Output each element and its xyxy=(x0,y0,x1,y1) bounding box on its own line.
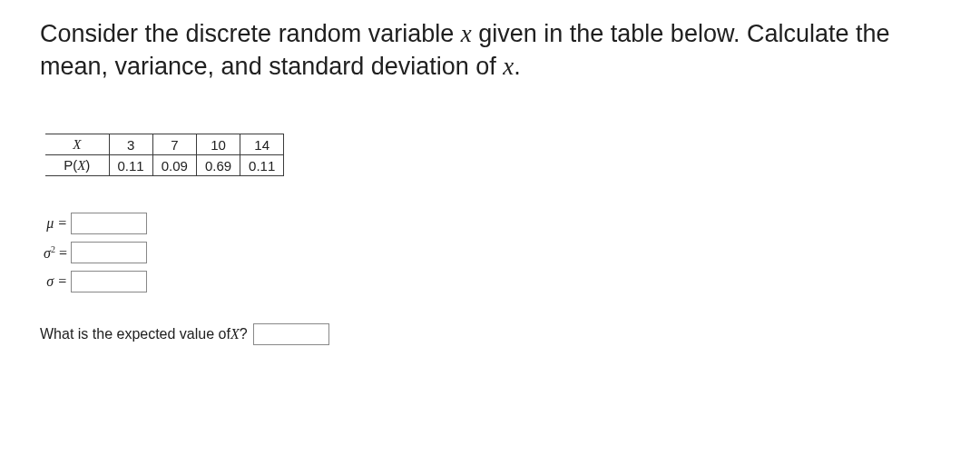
mu-input[interactable] xyxy=(71,213,147,234)
mu-label: μ = xyxy=(34,215,67,232)
table-header-x: X xyxy=(45,134,109,155)
sigma2-label: σ2 = xyxy=(34,244,67,262)
table-cell: 3 xyxy=(109,134,152,155)
sigma2-row: σ2 = xyxy=(34,242,940,263)
px-xvar: X xyxy=(77,158,85,173)
sigma-row: σ = xyxy=(34,271,940,292)
question-prompt: Consider the discrete random variable x … xyxy=(40,18,940,83)
table-cell: 0.11 xyxy=(109,155,152,176)
expected-text-2: ? xyxy=(240,326,248,342)
prompt-text-1: Consider the discrete random variable xyxy=(40,20,461,47)
px-paren1: P( xyxy=(64,157,77,173)
distribution-table: X 3 7 10 14 P(X) 0.11 0.09 0.69 0.11 xyxy=(45,134,284,176)
prompt-var-x: x xyxy=(461,20,472,47)
table-cell: 0.11 xyxy=(240,155,284,176)
table-cell: 0.09 xyxy=(152,155,196,176)
sigma-input[interactable] xyxy=(71,271,147,292)
distribution-table-container: X 3 7 10 14 P(X) 0.11 0.09 0.69 0.11 xyxy=(45,134,940,176)
prompt-var-x2: x xyxy=(503,53,514,80)
table-cell: 14 xyxy=(240,134,284,155)
px-paren2: ) xyxy=(85,157,90,173)
expected-value-row: What is the expected value of X ? xyxy=(40,323,940,345)
mu-row: μ = xyxy=(34,213,940,234)
table-header-px: P(X) xyxy=(45,155,109,176)
table-row: P(X) 0.11 0.09 0.69 0.11 xyxy=(45,155,284,176)
expected-text-1: What is the expected value of xyxy=(40,326,230,342)
table-cell: 7 xyxy=(152,134,196,155)
sigma2-input[interactable] xyxy=(71,242,147,263)
table-cell: 10 xyxy=(196,134,240,155)
prompt-text-3: . xyxy=(514,53,521,80)
table-row: X 3 7 10 14 xyxy=(45,134,284,155)
expected-value-input[interactable] xyxy=(253,323,329,345)
table-cell: 0.69 xyxy=(196,155,240,176)
expected-xvar: X xyxy=(230,326,240,342)
answer-inputs: μ = σ2 = σ = xyxy=(34,213,940,292)
sigma-label: σ = xyxy=(34,273,67,290)
